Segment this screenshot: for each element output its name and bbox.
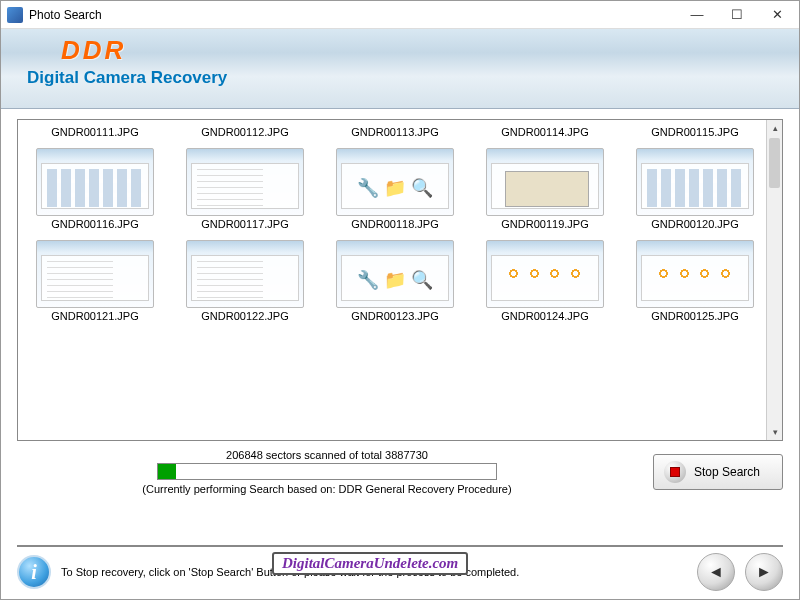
stop-icon	[664, 461, 686, 483]
file-item[interactable]: GNDR00119.JPG	[474, 140, 616, 230]
file-item[interactable]: GNDR00124.JPG	[474, 232, 616, 322]
file-thumbnail	[636, 148, 754, 216]
file-item[interactable]: GNDR00118.JPG	[324, 140, 466, 230]
window-title: Photo Search	[29, 8, 677, 22]
maximize-button[interactable]: ☐	[717, 2, 757, 28]
file-thumbnail	[486, 148, 604, 216]
file-name-label: GNDR00113.JPG	[351, 126, 438, 138]
minimize-button[interactable]: —	[677, 2, 717, 28]
back-button[interactable]: ◄	[697, 553, 735, 591]
progress-status-text: 206848 sectors scanned of total 3887730	[226, 449, 428, 461]
progress-caption: (Currently performing Search based on: D…	[142, 483, 511, 495]
brand-logo: DDR	[61, 35, 779, 66]
scroll-up-icon[interactable]: ▴	[767, 120, 783, 136]
file-name-label: GNDR00117.JPG	[201, 218, 288, 230]
file-name-label: GNDR00114.JPG	[501, 126, 588, 138]
file-name-label: GNDR00122.JPG	[201, 310, 288, 322]
progress-fill	[158, 464, 176, 479]
file-item[interactable]: GNDR00111.JPG	[24, 124, 166, 138]
file-name-label: GNDR00116.JPG	[51, 218, 138, 230]
header-banner: DDR Digital Camera Recovery	[1, 29, 799, 109]
file-name-label: GNDR00124.JPG	[501, 310, 588, 322]
file-name-label: GNDR00125.JPG	[651, 310, 738, 322]
file-thumbnail	[186, 240, 304, 308]
scroll-thumb[interactable]	[769, 138, 780, 188]
scroll-down-icon[interactable]: ▾	[767, 424, 783, 440]
file-name-label: GNDR00121.JPG	[51, 310, 138, 322]
file-thumbnail	[636, 240, 754, 308]
file-item[interactable]: GNDR00112.JPG	[174, 124, 316, 138]
file-item[interactable]: GNDR00121.JPG	[24, 232, 166, 322]
product-name: Digital Camera Recovery	[27, 68, 779, 88]
file-item[interactable]: GNDR00122.JPG	[174, 232, 316, 322]
progress-bar	[157, 463, 497, 480]
stop-button-label: Stop Search	[694, 465, 760, 479]
file-item[interactable]: GNDR00114.JPG	[474, 124, 616, 138]
close-button[interactable]: ✕	[757, 2, 797, 28]
file-item[interactable]: GNDR00123.JPG	[324, 232, 466, 322]
window-titlebar: Photo Search — ☐ ✕	[1, 1, 799, 29]
file-item[interactable]: GNDR00115.JPG	[624, 124, 766, 138]
file-thumbnail	[336, 240, 454, 308]
file-thumbnail	[36, 148, 154, 216]
file-name-label: GNDR00123.JPG	[351, 310, 438, 322]
watermark-badge: DigitalCameraUndelete.com	[272, 552, 468, 575]
file-thumbnail	[186, 148, 304, 216]
info-icon: i	[17, 555, 51, 589]
file-thumbnail	[36, 240, 154, 308]
file-item[interactable]: GNDR00113.JPG	[324, 124, 466, 138]
file-name-label: GNDR00120.JPG	[651, 218, 738, 230]
file-thumbnail	[486, 240, 604, 308]
file-item[interactable]: GNDR00120.JPG	[624, 140, 766, 230]
next-button[interactable]: ►	[745, 553, 783, 591]
file-item[interactable]: GNDR00116.JPG	[24, 140, 166, 230]
file-name-label: GNDR00111.JPG	[51, 126, 138, 138]
file-item[interactable]: GNDR00117.JPG	[174, 140, 316, 230]
file-thumbnail	[336, 148, 454, 216]
file-name-label: GNDR00118.JPG	[351, 218, 438, 230]
stop-search-button[interactable]: Stop Search	[653, 454, 783, 490]
results-panel: GNDR00111.JPGGNDR00112.JPGGNDR00113.JPGG…	[17, 119, 783, 441]
file-item[interactable]: GNDR00125.JPG	[624, 232, 766, 322]
file-name-label: GNDR00115.JPG	[651, 126, 738, 138]
vertical-scrollbar[interactable]: ▴ ▾	[766, 120, 782, 440]
file-name-label: GNDR00119.JPG	[501, 218, 588, 230]
app-icon	[7, 7, 23, 23]
file-name-label: GNDR00112.JPG	[201, 126, 288, 138]
